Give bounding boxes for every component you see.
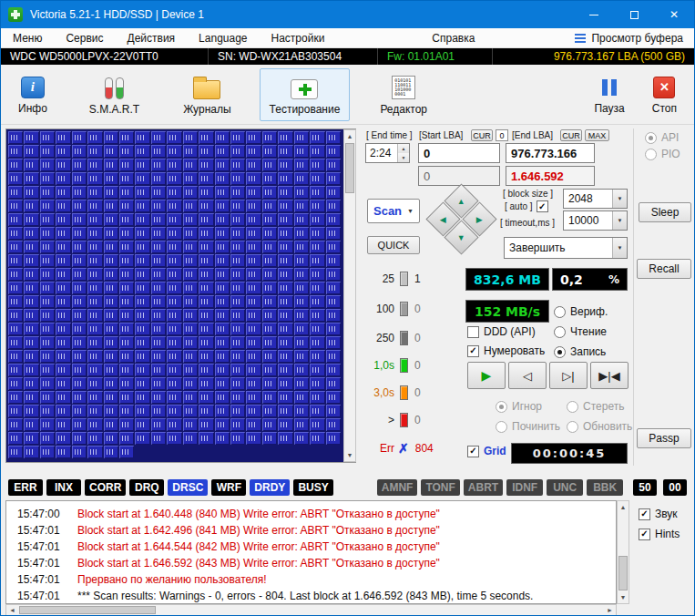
menu-item-language[interactable]: Language — [187, 32, 259, 45]
scan-block — [215, 241, 230, 253]
scan-block — [215, 254, 230, 267]
scan-block — [24, 350, 38, 363]
refresh-radio[interactable]: Обновить — [567, 420, 632, 433]
verify-radio[interactable]: Вериф. — [554, 305, 608, 318]
scroll-down-button[interactable]: ▼ — [618, 591, 629, 603]
grid-checkbox[interactable]: Grid — [467, 445, 506, 457]
scan-block — [262, 186, 277, 199]
scan-grid-area: ▲ ▼ — [5, 128, 356, 463]
scan-block — [135, 391, 149, 404]
log-line: 15:47:00Block start at 1.640.448 (840 MB… — [6, 506, 616, 522]
scan-block — [104, 364, 118, 376]
toolbar-button-stop[interactable]: ✕ Стоп — [642, 68, 687, 121]
buffer-view-button[interactable]: Просмотр буфера — [575, 32, 683, 45]
timeout-label: [ timeout,ms ] — [500, 218, 555, 228]
play-button[interactable]: ▶ — [467, 362, 506, 389]
scan-block — [326, 323, 341, 335]
scan-block — [294, 200, 309, 212]
scroll-left-button[interactable]: ◄ — [6, 605, 18, 615]
scan-block — [310, 241, 324, 253]
passp-button[interactable]: Passp — [637, 428, 691, 448]
end-lba-input[interactable]: 976.773.166 — [506, 143, 595, 163]
step-back-button[interactable]: ◁ — [508, 362, 547, 389]
block-size-select[interactable]: 2048▼ — [563, 189, 628, 209]
menu-item-help[interactable]: Справка — [420, 32, 486, 45]
sleep-button[interactable]: Sleep — [639, 202, 691, 222]
start-cur-button[interactable]: CUR — [471, 129, 493, 141]
erase-radio[interactable]: Стереть — [567, 400, 624, 413]
menu-item-actions[interactable]: Действия — [116, 32, 188, 45]
menu-item-menu[interactable]: Меню — [1, 32, 54, 45]
close-button[interactable]: ✕ — [654, 1, 694, 28]
scroll-thumb[interactable] — [345, 143, 354, 193]
scan-block — [278, 323, 292, 335]
toolbar-button-editor[interactable]: 010101 110011 101000 0001 Редактор — [370, 68, 437, 121]
spin-down-button[interactable]: ▼ — [398, 153, 409, 162]
scan-block — [8, 268, 23, 281]
menu-item-service[interactable]: Сервис — [54, 32, 115, 45]
recall-button[interactable]: Recall — [637, 259, 691, 279]
start-lba-input[interactable]: 0 — [418, 143, 500, 163]
scroll-down-button[interactable]: ▼ — [344, 449, 355, 461]
log-scrollbar[interactable]: ▲ ▼ — [617, 500, 629, 604]
scan-block — [246, 295, 261, 308]
log-horizontal-scrollbar[interactable]: ◄ ► — [5, 604, 617, 616]
scroll-thumb[interactable] — [618, 556, 628, 590]
spin-up-button[interactable]: ▲ — [398, 144, 409, 153]
ddd-checkbox[interactable]: DDD (API) — [467, 325, 536, 338]
scan-block — [87, 323, 102, 335]
write-radio[interactable]: Запись — [554, 345, 606, 358]
scan-block — [310, 200, 324, 212]
scan-button[interactable]: Scan▼ — [367, 199, 420, 223]
scan-block — [119, 350, 134, 363]
toolbar-button-testing[interactable]: Тестирование — [260, 68, 351, 121]
scan-block — [151, 323, 166, 335]
scan-block — [167, 186, 181, 199]
scan-block — [56, 446, 70, 458]
log-area[interactable]: 15:47:00Block start at 1.640.448 (840 MB… — [5, 500, 617, 604]
radio-icon — [554, 306, 566, 318]
scan-block — [135, 309, 149, 322]
minimize-button[interactable] — [574, 1, 614, 28]
scan-block — [119, 172, 134, 185]
scan-block — [230, 241, 245, 253]
scan-block — [151, 145, 166, 158]
maximize-button[interactable] — [614, 1, 654, 28]
repair-radio[interactable]: Починить — [496, 420, 560, 433]
scan-grid-scrollbar[interactable]: ▲ ▼ — [343, 129, 356, 462]
scroll-right-button[interactable]: ► — [604, 605, 616, 615]
seek-to-end-button[interactable]: ▶|◀ — [590, 362, 629, 389]
toolbar-button-pause[interactable]: Пауза — [584, 68, 634, 121]
scan-block — [215, 200, 230, 212]
auto-checkbox[interactable] — [537, 200, 548, 212]
scan-block — [40, 200, 55, 212]
scroll-thumb[interactable] — [19, 606, 156, 614]
menu-item-settings[interactable]: Настройки — [260, 32, 337, 45]
toolbar-button-smart[interactable]: S.M.A.R.T — [79, 68, 149, 121]
toolbar-button-info[interactable]: i Инфо — [8, 68, 57, 121]
numerate-checkbox[interactable]: Нумеровать — [467, 344, 545, 357]
seek-forward-button[interactable]: ▷| — [549, 362, 588, 389]
scan-block — [56, 309, 70, 322]
toolbar-button-journals[interactable]: Журналы — [173, 68, 240, 121]
scan-block — [230, 364, 245, 376]
api-radio[interactable]: API — [645, 131, 679, 144]
scan-block — [326, 241, 341, 253]
scroll-up-button[interactable]: ▲ — [618, 501, 629, 513]
end-cur-button[interactable]: CUR — [560, 129, 582, 141]
read-radio[interactable]: Чтение — [554, 325, 607, 338]
ignore-radio[interactable]: Игнор — [496, 400, 542, 413]
timeout-select[interactable]: 10000▼ — [563, 210, 628, 231]
hints-checkbox[interactable]: Hints — [639, 528, 680, 540]
quick-button[interactable]: QUICK — [367, 236, 420, 254]
scan-block — [199, 254, 213, 267]
scan-block — [135, 405, 149, 417]
on-end-action-select[interactable]: Завершить▼ — [504, 237, 628, 259]
pio-radio[interactable]: PIO — [645, 148, 680, 160]
max-button[interactable]: MAX — [585, 129, 609, 141]
scroll-up-button[interactable]: ▲ — [344, 130, 355, 142]
end-time-spinner[interactable]: 2:24 ▲▼ — [365, 143, 410, 163]
scan-block — [56, 336, 70, 349]
legend-row: 2500 — [363, 331, 421, 345]
sound-checkbox[interactable]: Звук — [639, 508, 678, 520]
